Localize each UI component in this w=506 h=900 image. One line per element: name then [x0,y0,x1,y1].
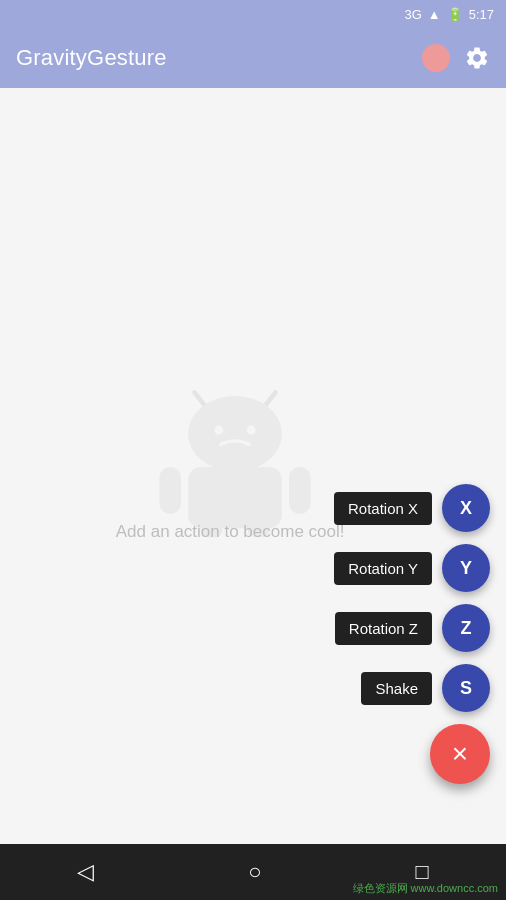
svg-point-2 [188,396,282,472]
empty-state: Add an action to become cool! Rotation X… [0,88,506,844]
rotation-z-button[interactable]: Z [442,604,490,652]
fab-close-button[interactable]: × [430,724,490,784]
main-content: Add an action to become cool! Rotation X… [0,88,506,844]
speed-dial-item-rotation-z: Rotation Z Z [335,604,490,652]
app-bar-actions [422,44,490,72]
app-bar: GravityGesture [0,28,506,88]
svg-rect-5 [188,467,282,528]
battery-icon: 🔋 [447,7,463,22]
svg-point-4 [247,426,256,435]
empty-state-text: Add an action to become cool! [116,522,345,542]
clock: 5:17 [469,7,494,22]
nav-home-icon[interactable]: ○ [248,859,261,885]
watermark: 绿色资源网 www.downcc.com [353,881,498,896]
rotation-x-label: Rotation X [334,492,432,525]
speed-dial-item-shake: Shake S [361,664,490,712]
shake-label: Shake [361,672,432,705]
app-title: GravityGesture [16,45,167,71]
rotation-y-button[interactable]: Y [442,544,490,592]
speed-dial-item-rotation-y: Rotation Y Y [334,544,490,592]
rotation-z-label: Rotation Z [335,612,432,645]
status-bar: 3G ▲ 🔋 5:17 [0,0,506,28]
signal-indicator: 3G [404,7,421,22]
shake-button[interactable]: S [442,664,490,712]
rotation-x-button[interactable]: X [442,484,490,532]
gear-icon [464,45,490,71]
android-robot-icon [145,378,325,538]
nav-back-icon[interactable]: ◁ [77,859,94,885]
settings-button[interactable] [464,45,490,71]
svg-rect-7 [289,467,311,514]
svg-rect-6 [159,467,181,514]
rotation-y-label: Rotation Y [334,552,432,585]
record-button[interactable] [422,44,450,72]
fab-container: Rotation X X Rotation Y Y Rotation Z Z S… [334,484,490,784]
signal-icon: ▲ [428,7,441,22]
svg-point-3 [214,426,223,435]
speed-dial-item-rotation-x: Rotation X X [334,484,490,532]
